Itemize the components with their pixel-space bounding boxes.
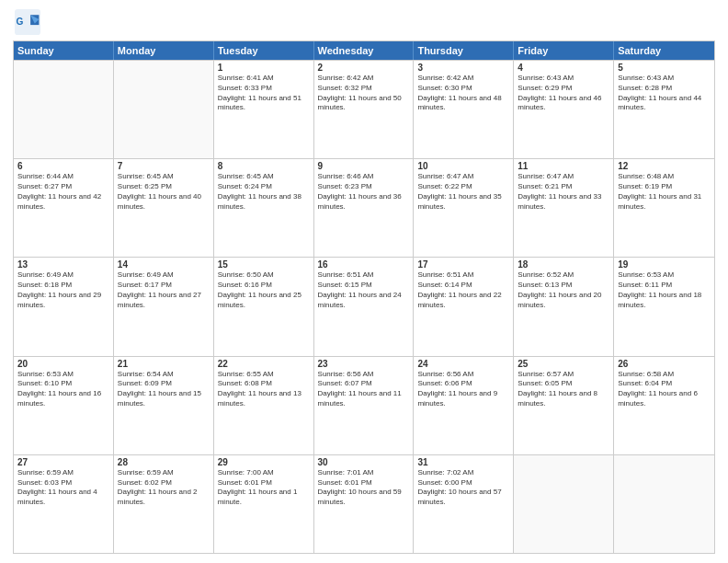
calendar-cell: 30Sunrise: 7:01 AM Sunset: 6:01 PM Dayli… xyxy=(314,455,415,553)
calendar-cell: 17Sunrise: 6:51 AM Sunset: 6:14 PM Dayli… xyxy=(414,258,514,355)
day-number: 18 xyxy=(518,259,609,270)
calendar-cell: 16Sunrise: 6:51 AM Sunset: 6:15 PM Dayli… xyxy=(314,258,415,355)
calendar-cell: 8Sunrise: 6:45 AM Sunset: 6:24 PM Daylig… xyxy=(214,159,314,257)
day-number: 3 xyxy=(417,63,509,73)
day-number: 6 xyxy=(17,161,109,171)
calendar-cell: 7Sunrise: 6:45 AM Sunset: 6:25 PM Daylig… xyxy=(114,159,214,257)
cell-info: Sunrise: 6:52 AM Sunset: 6:13 PM Dayligh… xyxy=(518,270,609,310)
cell-info: Sunrise: 6:59 AM Sunset: 6:02 PM Dayligh… xyxy=(118,468,210,508)
calendar-cell xyxy=(514,455,614,553)
cell-info: Sunrise: 6:47 AM Sunset: 6:22 PM Dayligh… xyxy=(417,172,509,212)
cell-info: Sunrise: 6:57 AM Sunset: 6:05 PM Dayligh… xyxy=(518,370,609,409)
calendar-cell: 19Sunrise: 6:53 AM Sunset: 6:11 PM Dayli… xyxy=(614,258,714,355)
calendar-cell: 9Sunrise: 6:46 AM Sunset: 6:23 PM Daylig… xyxy=(314,159,415,257)
calendar-cell: 10Sunrise: 6:47 AM Sunset: 6:22 PM Dayli… xyxy=(414,159,514,257)
day-number: 10 xyxy=(417,161,509,171)
cell-info: Sunrise: 6:43 AM Sunset: 6:28 PM Dayligh… xyxy=(618,74,711,113)
cell-info: Sunrise: 6:42 AM Sunset: 6:32 PM Dayligh… xyxy=(318,74,410,113)
calendar-cell: 6Sunrise: 6:44 AM Sunset: 6:27 PM Daylig… xyxy=(14,159,114,257)
calendar-row: 6Sunrise: 6:44 AM Sunset: 6:27 PM Daylig… xyxy=(14,158,714,257)
cell-info: Sunrise: 6:53 AM Sunset: 6:11 PM Dayligh… xyxy=(618,270,711,310)
day-number: 5 xyxy=(618,63,711,73)
cell-info: Sunrise: 6:45 AM Sunset: 6:24 PM Dayligh… xyxy=(218,172,310,212)
cell-info: Sunrise: 6:48 AM Sunset: 6:19 PM Dayligh… xyxy=(618,172,711,212)
cell-info: Sunrise: 6:51 AM Sunset: 6:14 PM Dayligh… xyxy=(417,270,509,310)
day-number: 7 xyxy=(118,161,210,171)
calendar-cell: 14Sunrise: 6:49 AM Sunset: 6:17 PM Dayli… xyxy=(114,258,214,355)
day-number: 26 xyxy=(618,359,711,369)
calendar-body: 1Sunrise: 6:41 AM Sunset: 6:33 PM Daylig… xyxy=(14,60,714,553)
cell-info: Sunrise: 6:50 AM Sunset: 6:16 PM Dayligh… xyxy=(218,270,310,310)
calendar-row: 20Sunrise: 6:53 AM Sunset: 6:10 PM Dayli… xyxy=(14,356,714,454)
weekday-header: Friday xyxy=(514,41,614,60)
day-number: 13 xyxy=(17,259,109,270)
day-number: 31 xyxy=(417,457,509,467)
day-number: 24 xyxy=(417,359,509,369)
cell-info: Sunrise: 7:01 AM Sunset: 6:01 PM Dayligh… xyxy=(318,468,410,508)
cell-info: Sunrise: 6:56 AM Sunset: 6:07 PM Dayligh… xyxy=(318,370,410,409)
day-number: 12 xyxy=(618,161,711,171)
day-number: 30 xyxy=(318,457,410,467)
calendar-cell: 1Sunrise: 6:41 AM Sunset: 6:33 PM Daylig… xyxy=(214,61,314,158)
calendar-cell: 12Sunrise: 6:48 AM Sunset: 6:19 PM Dayli… xyxy=(614,159,714,257)
calendar-cell: 24Sunrise: 6:56 AM Sunset: 6:06 PM Dayli… xyxy=(414,357,514,454)
day-number: 16 xyxy=(318,259,410,270)
cell-info: Sunrise: 6:53 AM Sunset: 6:10 PM Dayligh… xyxy=(17,370,109,409)
calendar-cell: 21Sunrise: 6:54 AM Sunset: 6:09 PM Dayli… xyxy=(114,357,214,454)
day-number: 25 xyxy=(518,359,609,369)
cell-info: Sunrise: 6:49 AM Sunset: 6:17 PM Dayligh… xyxy=(118,270,210,310)
calendar-cell: 27Sunrise: 6:59 AM Sunset: 6:03 PM Dayli… xyxy=(14,455,114,553)
cell-info: Sunrise: 6:56 AM Sunset: 6:06 PM Dayligh… xyxy=(417,370,509,409)
calendar-cell: 3Sunrise: 6:42 AM Sunset: 6:30 PM Daylig… xyxy=(414,61,514,158)
cell-info: Sunrise: 6:54 AM Sunset: 6:09 PM Dayligh… xyxy=(118,370,210,409)
calendar-header: SundayMondayTuesdayWednesdayThursdayFrid… xyxy=(14,41,714,60)
cell-info: Sunrise: 6:45 AM Sunset: 6:25 PM Dayligh… xyxy=(118,172,210,212)
calendar-cell xyxy=(14,61,114,158)
day-number: 23 xyxy=(318,359,410,369)
weekday-header: Tuesday xyxy=(214,41,314,60)
day-number: 20 xyxy=(17,359,109,369)
day-number: 4 xyxy=(518,63,609,73)
day-number: 8 xyxy=(218,161,310,171)
cell-info: Sunrise: 6:49 AM Sunset: 6:18 PM Dayligh… xyxy=(17,270,109,310)
calendar-cell: 31Sunrise: 7:02 AM Sunset: 6:00 PM Dayli… xyxy=(414,455,514,553)
svg-text:G: G xyxy=(17,17,24,27)
cell-info: Sunrise: 6:47 AM Sunset: 6:21 PM Dayligh… xyxy=(518,172,609,212)
calendar-cell: 22Sunrise: 6:55 AM Sunset: 6:08 PM Dayli… xyxy=(214,357,314,454)
weekday-header: Sunday xyxy=(14,41,114,60)
day-number: 9 xyxy=(318,161,410,171)
logo-icon: G xyxy=(15,9,40,35)
calendar-cell: 25Sunrise: 6:57 AM Sunset: 6:05 PM Dayli… xyxy=(514,357,614,454)
cell-info: Sunrise: 6:43 AM Sunset: 6:29 PM Dayligh… xyxy=(518,74,609,113)
cell-info: Sunrise: 6:58 AM Sunset: 6:04 PM Dayligh… xyxy=(618,370,711,409)
calendar-cell: 5Sunrise: 6:43 AM Sunset: 6:28 PM Daylig… xyxy=(614,61,714,158)
cell-info: Sunrise: 6:41 AM Sunset: 6:33 PM Dayligh… xyxy=(218,74,310,113)
day-number: 11 xyxy=(518,161,609,171)
calendar-cell: 15Sunrise: 6:50 AM Sunset: 6:16 PM Dayli… xyxy=(214,258,314,355)
cell-info: Sunrise: 6:55 AM Sunset: 6:08 PM Dayligh… xyxy=(218,370,310,409)
header: G xyxy=(13,9,715,35)
weekday-header: Thursday xyxy=(414,41,514,60)
day-number: 17 xyxy=(417,259,509,270)
weekday-header: Wednesday xyxy=(314,41,415,60)
cell-info: Sunrise: 6:51 AM Sunset: 6:15 PM Dayligh… xyxy=(318,270,410,310)
weekday-header: Saturday xyxy=(614,41,714,60)
day-number: 14 xyxy=(118,259,210,270)
calendar-cell: 18Sunrise: 6:52 AM Sunset: 6:13 PM Dayli… xyxy=(514,258,614,355)
calendar: SundayMondayTuesdayWednesdayThursdayFrid… xyxy=(13,40,715,554)
calendar-cell: 2Sunrise: 6:42 AM Sunset: 6:32 PM Daylig… xyxy=(314,61,415,158)
page: G SundayMondayTuesdayWednesdayThursdayFr… xyxy=(0,0,728,563)
day-number: 21 xyxy=(118,359,210,369)
calendar-cell: 26Sunrise: 6:58 AM Sunset: 6:04 PM Dayli… xyxy=(614,357,714,454)
calendar-cell xyxy=(114,61,214,158)
day-number: 29 xyxy=(218,457,310,467)
day-number: 27 xyxy=(17,457,109,467)
calendar-cell: 29Sunrise: 7:00 AM Sunset: 6:01 PM Dayli… xyxy=(214,455,314,553)
calendar-cell: 20Sunrise: 6:53 AM Sunset: 6:10 PM Dayli… xyxy=(14,357,114,454)
day-number: 1 xyxy=(218,63,310,73)
cell-info: Sunrise: 6:59 AM Sunset: 6:03 PM Dayligh… xyxy=(17,468,109,508)
calendar-cell: 11Sunrise: 6:47 AM Sunset: 6:21 PM Dayli… xyxy=(514,159,614,257)
calendar-row: 1Sunrise: 6:41 AM Sunset: 6:33 PM Daylig… xyxy=(14,60,714,158)
calendar-cell: 13Sunrise: 6:49 AM Sunset: 6:18 PM Dayli… xyxy=(14,258,114,355)
calendar-cell xyxy=(614,455,714,553)
